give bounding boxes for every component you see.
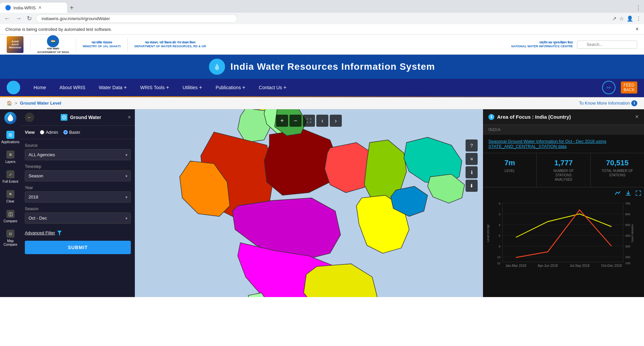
year-select-wrapper: 2018 2017 2016	[25, 191, 131, 203]
view-toggle: View Admin Basin	[25, 130, 131, 135]
browser-tab[interactable]: India-WRIS ×	[0, 3, 67, 13]
source-select[interactable]: ALL Agencies CGWB State agencies	[25, 149, 131, 160]
svg-text:600: 600	[625, 213, 630, 216]
sidebar-item-clear[interactable]: ✕ Clear	[0, 187, 21, 206]
menu-icon[interactable]: ⋮	[636, 15, 641, 22]
layers-icon: ≡	[6, 151, 14, 159]
close-info-panel-button[interactable]: ×	[635, 113, 639, 120]
reload-button[interactable]: ↻	[25, 13, 33, 23]
zoom-in-button[interactable]: +	[276, 115, 288, 127]
filter-title-icon	[61, 114, 67, 121]
svg-text:Apr-Jun 2018: Apr-Jun 2018	[538, 264, 558, 268]
nav-water-data[interactable]: Water Data+	[92, 79, 133, 96]
total-stations-label: TOTAL NUMBER OFSTATIONS	[596, 169, 639, 177]
nav-about[interactable]: About WRIS	[53, 79, 92, 96]
close-tab-button[interactable]: ×	[38, 5, 41, 11]
nwic-nav-logo: NWIC	[7, 81, 20, 94]
tab-list-button[interactable]: ⋮	[633, 4, 644, 11]
chart-area: Jan-Mar 2018 Apr-Jun 2018 Jul-Sep 2018 O…	[483, 187, 644, 297]
year-form-group: Year 2018 2017 2016	[25, 185, 131, 203]
site-logo	[209, 59, 225, 75]
nav-contact[interactable]: Contact Us+	[252, 79, 293, 96]
help-button[interactable]: ?	[466, 139, 478, 152]
focus-label: INDIA	[483, 125, 644, 135]
svg-text:400: 400	[625, 234, 630, 237]
fullscreen-button[interactable]: ⛶	[303, 115, 315, 127]
sidebar-item-map-compare[interactable]: ⊡ Map Compare	[0, 227, 21, 249]
info-panel-header: ℹ Area of Focus : India (Country) ×	[483, 109, 644, 125]
filter-form-section: Source ALL Agencies CGWB State agencies …	[21, 139, 135, 261]
home-icon[interactable]: 🏠	[7, 101, 12, 106]
jal-shakti-logo: जल शक्ति मंत्रालयMINISTRY OF JAL SHAKTI	[83, 41, 121, 48]
forward-button[interactable]: →	[14, 14, 23, 23]
sidebar-item-compare[interactable]: ◫ Compare	[0, 207, 21, 226]
gov-india-logo: 🇮🇳 भारत सरकारGOVERNMENT OF INDIA	[37, 35, 69, 54]
automation-text: Chrome is being controlled by automated …	[5, 27, 112, 32]
breadcrumb-current: Ground Water Level	[20, 101, 61, 106]
filter-header: ← Ground Water ×	[21, 109, 135, 126]
sidebar-item-layers[interactable]: ≡ Layers	[0, 148, 21, 166]
back-button[interactable]: ←	[25, 113, 34, 122]
amrit-mahotsav-logo: AzadiAmritMahotsav	[7, 36, 23, 53]
basin-radio[interactable]: Basin	[63, 130, 80, 135]
to-know-more-link[interactable]: To Know More Information ℹ	[579, 100, 637, 106]
level-value: 7m	[488, 159, 531, 167]
back-button[interactable]: ←	[3, 14, 11, 23]
filter-title: Ground Water	[61, 114, 101, 121]
info-button[interactable]: ℹ	[466, 166, 478, 178]
chart-download-button[interactable]	[625, 190, 631, 197]
seasonal-info-link[interactable]: Seasonal Ground Water information for Oc…	[483, 135, 644, 153]
next-button[interactable]: ›	[330, 115, 342, 127]
compare-icon: ◫	[6, 210, 14, 218]
svg-text:Jan-Mar 2018: Jan-Mar 2018	[505, 264, 526, 268]
nav-utilities[interactable]: Utilities+	[176, 79, 209, 96]
year-label: Year	[25, 185, 131, 190]
sidebar-item-full-extent[interactable]: ⤢ Full Extent	[0, 168, 21, 186]
nav-menu: Home About WRIS Water Data+ WRIS Tools+ …	[27, 79, 602, 96]
source-form-group: Source ALL Agencies CGWB State agencies	[25, 143, 131, 160]
zoom-out-button[interactable]: −	[289, 115, 302, 127]
nav-publications[interactable]: Publications+	[209, 79, 252, 96]
admin-radio[interactable]: Admin	[40, 130, 58, 135]
bookmark-icon[interactable]: ☆	[619, 15, 624, 22]
sidebar-item-applications[interactable]: ⊞ Applications	[0, 128, 21, 147]
download-button[interactable]: ⬇	[466, 180, 478, 192]
close-banner-button[interactable]: ×	[636, 26, 639, 32]
compare-label: Compare	[3, 219, 17, 223]
svg-text:8: 8	[499, 245, 500, 248]
site-nav: NWIC Home About WRIS Water Data+ WRIS To…	[0, 79, 644, 96]
svg-text:12: 12	[497, 262, 500, 265]
admin-radio-input[interactable]	[40, 130, 44, 134]
prev-button[interactable]: ‹	[316, 115, 328, 127]
layers-label: Layers	[5, 160, 15, 164]
submit-button[interactable]: SUBMIT	[25, 241, 131, 254]
share-icon[interactable]: ↗	[612, 15, 616, 22]
advanced-filter-link[interactable]: Advanced Filter	[25, 228, 131, 238]
svg-text:200: 200	[625, 255, 630, 259]
total-stations-value: 70,515	[596, 159, 639, 167]
svg-text:Level (m) bgl: Level (m) bgl	[486, 225, 490, 242]
filter-close-button[interactable]: ×	[128, 114, 131, 120]
gov-logos: AzadiAmritMahotsav 🇮🇳 भारत सरकारGOVERNME…	[7, 35, 206, 54]
filter-funnel-icon	[57, 231, 62, 235]
nav-wris-tools[interactable]: WRIS Tools+	[133, 79, 176, 96]
nav-home[interactable]: Home	[27, 79, 53, 96]
site-search-input[interactable]	[577, 41, 637, 49]
dept-water-logo: जल संसाधन, नदी विकास और गंगा संरक्षण विभ…	[135, 41, 206, 48]
address-bar[interactable]	[36, 14, 237, 23]
svg-text:300: 300	[625, 245, 630, 248]
new-tab-button[interactable]: +	[70, 4, 74, 12]
profile-icon[interactable]: 👤	[627, 15, 633, 22]
timestep-select[interactable]: Season Monthly Annual	[25, 170, 131, 181]
chart-expand-button[interactable]	[635, 190, 641, 197]
feedback-button[interactable]: FEEDBACK	[621, 81, 637, 94]
basin-radio-input[interactable]	[63, 130, 68, 134]
clear-icon: ✕	[6, 190, 14, 198]
chart-line-button[interactable]	[614, 190, 621, 197]
layers-button[interactable]: ≡	[466, 153, 478, 165]
filter-view-section: View Admin Basin	[21, 126, 135, 139]
season-select[interactable]: Oct - Dec Jan - Mar Apr - Jun Jul - Sep	[25, 213, 131, 224]
iihm-logo: IHP	[602, 81, 615, 94]
applications-label: Applications	[1, 140, 19, 144]
year-select[interactable]: 2018 2017 2016	[25, 191, 131, 203]
